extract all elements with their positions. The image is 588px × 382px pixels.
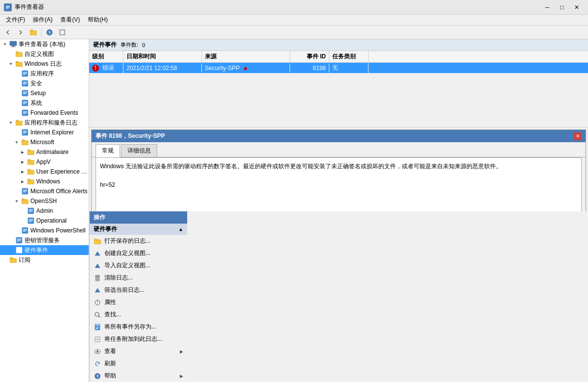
menu-action[interactable]: 操作(A)	[29, 15, 56, 25]
event-cell-task: 无	[329, 63, 368, 73]
svg-rect-72	[17, 240, 21, 240]
svg-rect-34	[23, 112, 27, 113]
svg-rect-14	[16, 62, 23, 67]
title-bar: 事件查看器 ─ □ ✕	[0, 0, 588, 15]
tree-item[interactable]: ▼应用程序和服务日志	[0, 118, 89, 127]
event-cell-datetime: 2021/2/21 12:02:58	[123, 64, 202, 73]
tree-item[interactable]: 应用程序	[0, 69, 89, 78]
tree-item[interactable]: ▶Antimalware	[0, 147, 89, 157]
tree-item-label: 事件查看器 (本地)	[19, 40, 65, 49]
tree-item[interactable]: ▼事件查看器 (本地)	[0, 39, 89, 49]
toolbar-forward[interactable]	[15, 27, 26, 38]
tree-item[interactable]: 硬件事件	[0, 245, 89, 255]
tree-item[interactable]: ▼OpenSSH	[0, 196, 89, 206]
action-item-7[interactable]: 将所有事件另存为...	[90, 321, 187, 333]
toolbar-folder[interactable]	[27, 27, 39, 38]
title-bar-left: 事件查看器	[4, 3, 44, 11]
tree-item-label: Windows PowerShell	[30, 227, 86, 234]
action-item-8[interactable]: 将任务附加到此日志...	[90, 333, 187, 345]
action-item-6[interactable]: 查找...	[90, 308, 187, 321]
tree-item[interactable]: 密钥管理服务	[0, 235, 89, 245]
toolbar-back[interactable]	[2, 27, 14, 38]
svg-rect-68	[23, 230, 27, 230]
svg-rect-3	[6, 8, 8, 8]
actions-section-arrow: ▲	[178, 227, 183, 232]
folder-icon	[9, 256, 17, 264]
tree-item-label: Antimalware	[36, 149, 69, 155]
tree-item[interactable]: Operational	[0, 216, 89, 226]
log-icon	[21, 227, 29, 234]
action-item-2[interactable]: 导入自定义视图...	[90, 259, 187, 272]
action-item-4[interactable]: 筛选当前日志...	[90, 284, 187, 296]
menu-file[interactable]: 文件(F)	[2, 15, 29, 25]
dialog-title: 事件 8198，Security-SPP	[96, 132, 165, 140]
actions-panel: 操作 硬件事件 ▲ 打开保存的日志...创建自定义视图...导入自定义视图...…	[89, 211, 187, 382]
tree-item[interactable]: ▼Microsoft	[0, 137, 89, 147]
svg-rect-63	[29, 219, 33, 220]
menu-view[interactable]: 查看(V)	[56, 15, 84, 25]
tree-item-label: AppV	[36, 158, 50, 165]
tree-item[interactable]: Forwarded Events	[0, 108, 89, 118]
svg-rect-40	[23, 132, 27, 132]
svg-point-90	[95, 312, 99, 316]
svg-rect-46	[27, 160, 34, 165]
svg-point-100	[97, 351, 98, 353]
dialog-content: Windows 无法验证此设备所需的驱动程序的数字签名。最近的硬件或软件更改可能…	[96, 157, 582, 211]
tree-item[interactable]: 系统	[0, 98, 89, 108]
maximize-button[interactable]: □	[555, 2, 569, 12]
action-item-9[interactable]: 查看▶	[90, 345, 187, 357]
menu-help[interactable]: 帮助(H)	[84, 15, 112, 25]
tree-item[interactable]: Admin	[0, 206, 89, 216]
svg-rect-77	[17, 251, 20, 251]
tree-item[interactable]: Microsoft Office Alerts	[0, 186, 89, 196]
folder-icon	[27, 178, 35, 185]
tree-item-label: Windows	[36, 178, 60, 185]
tab-general[interactable]: 常规	[96, 144, 120, 157]
tree-item[interactable]: ▶User Experience Vi...	[0, 167, 89, 177]
toolbar-extra[interactable]	[56, 27, 68, 38]
tree-item-label: Setup	[30, 90, 46, 97]
action-item-11[interactable]: ?帮助▶	[90, 370, 187, 382]
action-item-0[interactable]: 打开保存的日志...	[90, 235, 187, 247]
dialog-close-button[interactable]: ✕	[574, 132, 582, 140]
tree-item[interactable]: 订阅	[0, 255, 89, 265]
tree-item[interactable]: Internet Explorer	[0, 127, 89, 137]
toolbar-help[interactable]: ?	[44, 27, 55, 38]
tree-item[interactable]: ▼Windows 日志	[0, 59, 89, 69]
table-row[interactable]: ! 错误 2021/2/21 12:02:58 Security-SPP 819…	[89, 63, 588, 74]
action-icon-4	[94, 286, 101, 294]
svg-rect-67	[23, 229, 27, 229]
action-item-5[interactable]: 属性	[90, 296, 187, 308]
svg-rect-60	[29, 210, 33, 211]
actions-section-header[interactable]: 硬件事件 ▲	[90, 224, 187, 235]
actions-header: 操作	[90, 211, 187, 224]
log-icon	[15, 236, 23, 244]
close-button[interactable]: ✕	[569, 2, 584, 12]
action-item-3[interactable]: 清除日志...	[90, 272, 187, 284]
tree-item[interactable]: Windows PowerShell	[0, 226, 89, 235]
svg-rect-8	[60, 30, 65, 35]
tree-item[interactable]: ▶AppV	[0, 157, 89, 167]
tree-item[interactable]: Setup	[0, 88, 89, 98]
events-col-header: 级别 日期和时间 来源 事件 ID 任务类别	[89, 51, 588, 63]
tree-item[interactable]: ▶Windows	[0, 177, 89, 186]
tree-item[interactable]: 安全	[0, 78, 89, 88]
folder-icon	[27, 158, 35, 166]
minimize-button[interactable]: ─	[540, 2, 555, 12]
action-item-10[interactable]: 刷新	[90, 357, 187, 370]
action-icon-3	[94, 274, 101, 282]
tab-detail[interactable]: 详细信息	[121, 144, 157, 157]
action-label-3: 清除日志...	[104, 274, 133, 282]
tree-item[interactable]: 自定义视图	[0, 49, 89, 59]
toolbar-separator	[41, 28, 42, 37]
action-label-7: 将所有事件另存为...	[104, 323, 156, 331]
svg-rect-65	[29, 221, 31, 222]
tree-item-label: Internet Explorer	[30, 129, 74, 136]
events-header: 硬件事件 事件数: 0	[89, 39, 588, 51]
events-count: 0	[142, 42, 145, 48]
svg-line-91	[98, 316, 100, 317]
log-icon	[21, 109, 29, 117]
folder-icon	[27, 148, 35, 156]
action-item-1[interactable]: 创建自定义视图...	[90, 247, 187, 259]
svg-rect-5	[30, 30, 33, 31]
